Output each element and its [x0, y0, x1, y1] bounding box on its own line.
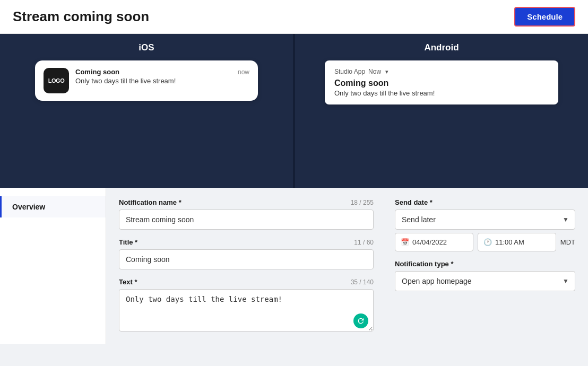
- clock-icon: 🕐: [483, 238, 492, 246]
- send-date-group: Send date * Send later Send now ▼ 📅 04/0…: [395, 198, 575, 251]
- send-date-label-row: Send date *: [395, 198, 575, 206]
- send-date-select[interactable]: Send later Send now: [395, 210, 575, 230]
- title-label: Title *: [119, 238, 137, 246]
- text-group: Text * 35 / 140: [119, 278, 374, 334]
- refresh-icon[interactable]: [353, 313, 368, 328]
- header: Stream coming soon Schedule: [0, 0, 588, 34]
- notification-type-select[interactable]: Open app homepage Open URL: [395, 271, 575, 291]
- ios-notification-body: Only two days till the live stream!: [75, 77, 249, 85]
- ios-logo: LOGO: [44, 68, 69, 93]
- title-label-row: Title * 11 / 60: [119, 238, 374, 246]
- time-field[interactable]: 🕐 11:00 AM: [478, 233, 556, 251]
- date-value: 04/04/2022: [412, 238, 447, 246]
- sidebar-item-overview[interactable]: Overview: [0, 196, 106, 217]
- android-notification-header: Studio App Now ▾: [334, 68, 549, 75]
- title-counter: 11 / 60: [354, 239, 374, 246]
- text-counter: 35 / 140: [351, 278, 374, 286]
- android-notification-title: Coming soon: [334, 79, 549, 88]
- ios-notification-header: Coming soon now: [75, 68, 249, 76]
- ios-notification-content: Coming soon now Only two days till the l…: [75, 68, 249, 85]
- text-label: Text *: [119, 278, 137, 286]
- form-right-column: Send date * Send later Send now ▼ 📅 04/0…: [395, 198, 575, 334]
- notification-name-label-row: Notification name * 18 / 255: [119, 198, 374, 206]
- notification-name-counter: 18 / 255: [351, 199, 374, 206]
- title-group: Title * 11 / 60: [119, 238, 374, 269]
- notification-type-group: Notification type * Open app homepage Op…: [395, 260, 575, 291]
- android-notification-card: Studio App Now ▾ Coming soon Only two da…: [325, 60, 558, 104]
- sidebar: Overview: [0, 188, 106, 344]
- text-textarea-wrapper: [119, 289, 374, 334]
- timezone-label: MDT: [560, 238, 575, 246]
- notification-type-label: Notification type *: [395, 260, 454, 268]
- send-date-label: Send date *: [395, 198, 433, 206]
- ios-notification-card: LOGO Coming soon now Only two days till …: [35, 60, 258, 101]
- datetime-row: 📅 04/04/2022 🕐 11:00 AM MDT: [395, 233, 575, 251]
- form-left-column: Notification name * 18 / 255 Title * 11 …: [119, 198, 374, 334]
- text-label-row: Text * 35 / 140: [119, 278, 374, 286]
- ios-preview-column: iOS LOGO Coming soon now Only two days t…: [0, 34, 295, 188]
- text-textarea[interactable]: [119, 289, 374, 332]
- ios-time: now: [238, 68, 249, 76]
- title-input[interactable]: [119, 249, 374, 269]
- form-columns: Notification name * 18 / 255 Title * 11 …: [106, 188, 588, 344]
- calendar-icon: 📅: [401, 238, 409, 246]
- ios-app-name: Coming soon: [75, 68, 119, 76]
- android-platform-label: Android: [308, 34, 575, 60]
- notification-name-input[interactable]: [119, 210, 374, 230]
- android-time: Now: [368, 68, 381, 75]
- android-dropdown-icon: ▾: [385, 68, 388, 75]
- notification-type-label-row: Notification type *: [395, 260, 575, 268]
- android-app-name: Studio App: [334, 68, 365, 75]
- android-preview-column: Android Studio App Now ▾ Coming soon Onl…: [295, 34, 588, 188]
- time-value: 11:00 AM: [495, 238, 524, 246]
- notification-name-group: Notification name * 18 / 255: [119, 198, 374, 230]
- date-field[interactable]: 📅 04/04/2022: [395, 233, 473, 251]
- notification-name-label: Notification name *: [119, 198, 181, 206]
- send-date-select-wrapper: Send later Send now ▼: [395, 210, 575, 230]
- notification-type-select-wrapper: Open app homepage Open URL ▼: [395, 271, 575, 291]
- preview-area: iOS LOGO Coming soon now Only two days t…: [0, 34, 588, 188]
- schedule-button[interactable]: Schedule: [514, 7, 575, 27]
- android-notification-body: Only two days till the live stream!: [334, 89, 549, 97]
- ios-platform-label: iOS: [13, 34, 280, 60]
- form-area: Overview Notification name * 18 / 255 Ti…: [0, 188, 588, 344]
- page-title: Stream coming soon: [13, 8, 149, 25]
